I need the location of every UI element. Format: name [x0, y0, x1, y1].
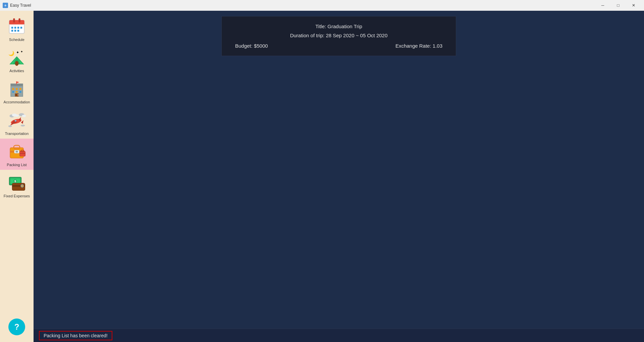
sidebar-item-activities[interactable]: 🌙 ✦ ✦ Activities: [0, 45, 34, 76]
svg-rect-24: [16, 91, 17, 93]
trip-details-row: Budget: $5000 Exchange Rate: 1.03: [235, 41, 442, 50]
svg-rect-4: [18, 18, 20, 23]
sidebar-item-schedule[interactable]: Schedule: [0, 13, 34, 45]
svg-text:$: $: [14, 179, 16, 183]
title-bar-controls: ─ □ ✕: [595, 0, 641, 11]
svg-rect-23: [12, 91, 14, 93]
sidebar: Schedule 🌙 ✦ ✦ Activities: [0, 11, 34, 342]
svg-rect-10: [14, 30, 16, 32]
svg-rect-21: [16, 88, 17, 90]
app-icon: ✈: [3, 3, 8, 8]
transportation-icon: [7, 110, 27, 130]
accommodation-icon: [7, 79, 27, 99]
svg-rect-46: [15, 151, 18, 152]
sidebar-item-accommodation[interactable]: Accommodation: [0, 76, 34, 107]
sidebar-label-packing-list: Packing List: [7, 163, 26, 167]
help-button[interactable]: ?: [8, 319, 25, 335]
packing-icon: [7, 141, 27, 161]
app-container: Schedule 🌙 ✦ ✦ Activities: [0, 11, 644, 342]
trip-header: Title: Graduation Trip Duration of trip:…: [221, 16, 456, 56]
status-bar: Packing List has been cleared!: [34, 329, 644, 342]
minimize-button[interactable]: ─: [595, 0, 610, 11]
sidebar-label-schedule: Schedule: [9, 38, 24, 42]
sidebar-item-transportation[interactable]: Transportation: [0, 107, 34, 139]
app-title: Easy Travel: [10, 3, 31, 8]
trip-exchange-rate: Exchange Rate: 1.03: [395, 41, 442, 50]
svg-point-17: [15, 61, 19, 66]
expenses-icon: $: [7, 173, 27, 193]
svg-text:🌙: 🌙: [8, 50, 14, 56]
calendar-icon: [7, 16, 27, 36]
svg-rect-11: [17, 30, 19, 32]
trip-duration: Duration of trip: 28 Sep 2020 ~ 05 Oct 2…: [235, 31, 442, 40]
svg-rect-25: [19, 91, 21, 93]
maximize-button[interactable]: □: [610, 0, 626, 11]
sidebar-label-transportation: Transportation: [5, 132, 29, 136]
close-button[interactable]: ✕: [626, 0, 641, 11]
svg-rect-3: [13, 18, 15, 23]
svg-rect-6: [14, 27, 16, 29]
main-content: Title: Graduation Trip Duration of trip:…: [34, 11, 644, 342]
svg-rect-20: [12, 88, 14, 90]
svg-point-27: [17, 95, 18, 96]
svg-text:✦: ✦: [20, 50, 23, 53]
svg-point-41: [21, 125, 25, 126]
activities-icon: 🌙 ✦ ✦: [7, 47, 27, 67]
svg-rect-49: [20, 153, 25, 154]
svg-rect-2: [9, 22, 24, 24]
svg-point-40: [8, 125, 12, 127]
svg-rect-7: [17, 27, 19, 29]
svg-rect-8: [20, 27, 22, 29]
svg-marker-38: [21, 120, 23, 124]
sidebar-label-accommodation: Accommodation: [4, 100, 30, 104]
trip-title: Title: Graduation Trip: [235, 22, 442, 31]
svg-point-32: [15, 114, 19, 116]
svg-rect-5: [11, 27, 13, 29]
svg-rect-28: [16, 82, 17, 85]
sidebar-item-fixed-expenses[interactable]: $ Fixed Expenses: [0, 170, 34, 201]
svg-marker-29: [17, 82, 19, 83]
title-bar-left: ✈ Easy Travel: [3, 3, 31, 8]
sidebar-label-activities: Activities: [9, 69, 24, 73]
sidebar-item-packing-list[interactable]: Packing List: [0, 139, 34, 170]
help-section: ?: [8, 319, 25, 335]
sidebar-label-fixed-expenses: Fixed Expenses: [4, 194, 30, 198]
status-message: Packing List has been cleared!: [39, 331, 112, 340]
trip-budget: Budget: $5000: [235, 41, 268, 50]
svg-point-57: [21, 185, 23, 187]
svg-text:✦: ✦: [16, 50, 19, 54]
svg-rect-9: [11, 30, 13, 32]
title-bar: ✈ Easy Travel ─ □ ✕: [0, 0, 644, 11]
svg-rect-22: [19, 88, 21, 90]
